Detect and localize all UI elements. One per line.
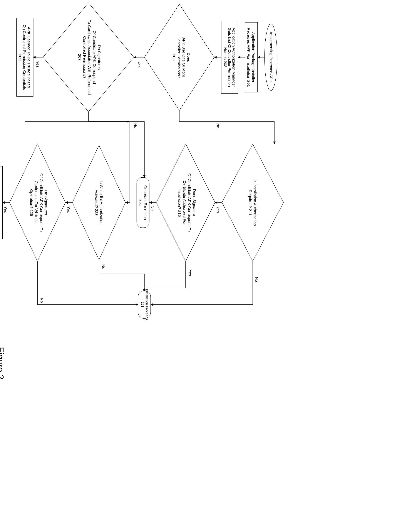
text-205b: APK Use One Or More: [182, 37, 186, 77]
text-205c: Controller Permissions?: [177, 37, 181, 78]
label-211-no: No: [255, 277, 259, 282]
label-211-yes: Yes: [216, 206, 220, 213]
text-207e: 207: [77, 54, 82, 61]
label-215-yes: Yes: [188, 270, 192, 276]
label-225-yes: Yes: [4, 206, 8, 213]
text-207d: Controlled Permissions?: [83, 36, 87, 78]
figure-label: Figure 2: [0, 347, 6, 380]
label-205-yes: Yes: [137, 61, 141, 67]
start-text: Implementing Protected APIs: [269, 32, 273, 82]
text-203c: Names 203: [223, 47, 228, 67]
edge-209-223: [25, 96, 129, 121]
text-209a: APK Deemed To Be Trusted Based: [27, 27, 31, 88]
label-223-yes: Yes: [66, 206, 71, 213]
label-215-no: No: [150, 206, 154, 211]
text-261a: Generate Exception: [143, 185, 147, 220]
label-223-no: No: [102, 264, 106, 269]
label-225-no: No: [40, 298, 44, 303]
text-211a: Is Installation Authorization: [253, 179, 257, 226]
text-251a: Installation Proceeds: [145, 289, 149, 320]
text-227a: Save APK To White-list Elibility List: [0, 172, 0, 233]
text-205d: 205: [172, 54, 176, 61]
text-215b: Of Candidate APK Correspond To: [187, 173, 191, 232]
text-211b: Required? 211: [248, 190, 252, 215]
text-215a: Does Signature: [192, 189, 197, 216]
edge-205-no: [179, 110, 274, 144]
text-251b: 251: [141, 302, 144, 307]
label-205-no: No: [216, 123, 220, 128]
text-201a: Application Package Installer: [251, 32, 255, 82]
text-207c: To Certificates Associated With Referenc…: [87, 20, 92, 95]
text-209b: On Controlled Permission Credentials: [22, 25, 27, 90]
text-205a: Does: [186, 53, 191, 62]
edge-215-yes: [144, 261, 186, 291]
text-207b: Of Candidate APK Correspond: [92, 31, 97, 84]
text-261b: 261: [139, 199, 143, 206]
edge-211-no: [151, 261, 253, 304]
text-223a: Is White-list Authorization: [99, 181, 103, 224]
text-215d: Installation? 215: [178, 188, 182, 217]
label-207-no: No: [134, 123, 138, 128]
edge-225-no: [37, 261, 138, 304]
text-225c: Credentials For White-list: [34, 181, 38, 224]
text-201b: Receives APK For Installation 201: [247, 28, 251, 87]
diamond-211: [222, 144, 283, 261]
text-223b: Activated? 223: [94, 190, 99, 215]
text-207a: Do Signatures: [97, 45, 102, 70]
text-215c: Certificate Authorized For: [183, 181, 187, 225]
text-225a: Do Signatures: [44, 190, 48, 215]
text-203a: Application Authorization Manager: [232, 28, 236, 87]
diamond-223: [72, 145, 126, 260]
text-225d: Operation? 225: [29, 189, 34, 216]
text-209c: 209: [18, 54, 22, 61]
text-225b: Of Candidate APK Correspond To: [39, 173, 44, 232]
text-203b: Gets List Of Controller Permission: [228, 28, 232, 87]
label-207-yes: Yes: [36, 61, 40, 67]
